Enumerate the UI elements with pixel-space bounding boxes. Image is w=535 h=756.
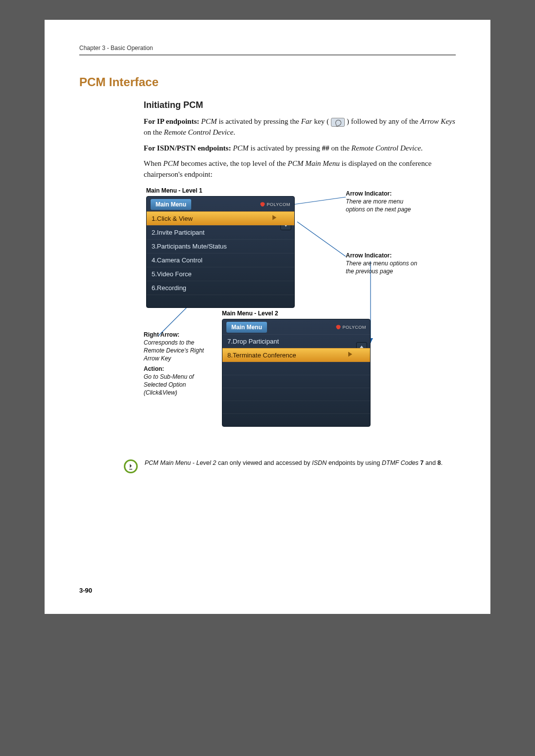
menu-item-recording[interactable]: 6.Recording bbox=[147, 281, 294, 295]
figure-label-level1: Main Menu - Level 1 bbox=[146, 187, 202, 194]
menu-title: Main Menu bbox=[226, 322, 267, 333]
text: and bbox=[424, 459, 437, 466]
right-chevron-icon bbox=[271, 215, 277, 222]
callout-title: Right Arrow: bbox=[144, 331, 213, 339]
menu-title: Main Menu bbox=[151, 199, 191, 210]
far-key-icon bbox=[331, 118, 345, 127]
polycom-logo-icon bbox=[336, 325, 341, 330]
menu-item-empty bbox=[222, 362, 370, 375]
callout-title: Arrow Indicator: bbox=[346, 252, 420, 259]
logo-text: POLYCOM bbox=[342, 325, 366, 330]
header-rule bbox=[79, 54, 456, 55]
menu-panel-level2: Main Menu POLYCOM 7.Drop Participant 8.T… bbox=[222, 319, 371, 427]
italic-text: PCM bbox=[163, 159, 179, 167]
polycom-logo: POLYCOM bbox=[260, 202, 290, 207]
italic-text: Remote Control Device bbox=[351, 144, 421, 152]
callout-right-arrow: Right Arrow: Corresponds to the Remote D… bbox=[144, 331, 213, 397]
text: is activated by pressing bbox=[249, 144, 322, 152]
subsection-title: Initiating PCM bbox=[144, 100, 456, 110]
callout-text: Go to Sub-Menu of Selected Option (Click… bbox=[144, 373, 213, 397]
paragraph-isdn: For ISDN/PSTN endpoints: PCM is activate… bbox=[144, 143, 456, 154]
bold-text: 7 bbox=[419, 459, 424, 466]
menu-item-invite[interactable]: 2.Invite Participant bbox=[147, 225, 294, 239]
italic-text: PCM Main Menu - Level 2 bbox=[145, 459, 216, 466]
paragraph-active: When PCM becomes active, the top level o… bbox=[144, 158, 456, 180]
italic-text: PCM bbox=[231, 144, 248, 152]
menu-item-empty bbox=[222, 375, 370, 388]
callout-text: There are menu options on the previous p… bbox=[346, 259, 420, 275]
callout-text: There are more menu options on the next … bbox=[346, 198, 420, 213]
note-text: PCM Main Menu - Level 2 can only viewed … bbox=[145, 458, 443, 468]
italic-text: ISDN bbox=[312, 459, 327, 466]
italic-text: PCM Main Menu bbox=[288, 159, 340, 167]
callout-arrow-down: Arrow Indicator: There are more menu opt… bbox=[346, 190, 420, 214]
menu-item-click-view[interactable]: 1.Click & View bbox=[147, 211, 294, 225]
menu-item-camera[interactable]: 4.Camera Control bbox=[147, 253, 294, 267]
menu-item-label: 1.Click & View bbox=[152, 215, 193, 222]
text: When bbox=[144, 159, 163, 167]
text: ) followed by any of the bbox=[345, 117, 420, 125]
callout-title: Action: bbox=[144, 365, 213, 373]
menu-item-empty bbox=[222, 388, 370, 401]
text: . bbox=[441, 459, 442, 466]
svg-line-1 bbox=[297, 222, 346, 256]
right-chevron-icon bbox=[347, 352, 353, 359]
text: on the bbox=[329, 144, 352, 152]
text: is activated by pressing the bbox=[217, 117, 301, 125]
polycom-logo-icon bbox=[260, 202, 265, 207]
text: becomes active, the top level of the bbox=[179, 159, 288, 167]
italic-text: DTMF Codes bbox=[382, 459, 419, 466]
body-text: For IP endpoints: PCM is activated by pr… bbox=[144, 116, 456, 180]
callout-text: Corresponds to the Remote Device's Right… bbox=[144, 339, 213, 363]
text: can only viewed and accessed by bbox=[216, 459, 312, 466]
italic-text: Remote Control Device bbox=[164, 128, 233, 136]
svg-marker-10 bbox=[348, 352, 352, 357]
text: endpoints by using bbox=[327, 459, 382, 466]
callout-title: Arrow Indicator: bbox=[346, 190, 420, 198]
italic-text: Far bbox=[301, 117, 313, 125]
svg-line-0 bbox=[293, 197, 346, 204]
page-number: 3-90 bbox=[79, 587, 92, 594]
document-page: Chapter 3 - Basic Operation PCM Interfac… bbox=[45, 20, 490, 614]
chapter-header: Chapter 3 - Basic Operation bbox=[79, 45, 456, 51]
paragraph-ip: For IP endpoints: PCM is activated by pr… bbox=[144, 116, 456, 138]
menu-item-drop[interactable]: 7.Drop Participant bbox=[222, 334, 370, 348]
italic-text: Arrow Keys bbox=[420, 117, 455, 125]
callout-arrow-up: Arrow Indicator: There are menu options … bbox=[346, 252, 420, 276]
menu-item-empty bbox=[222, 401, 370, 413]
polycom-logo: POLYCOM bbox=[336, 325, 366, 330]
figure-label-level2: Main Menu - Level 2 bbox=[222, 310, 278, 317]
svg-marker-8 bbox=[272, 215, 276, 220]
bold-label: For IP endpoints: bbox=[144, 117, 199, 125]
bold-text: ## bbox=[322, 144, 329, 152]
italic-text: PCM bbox=[199, 117, 216, 125]
menu-item-terminate[interactable]: 8.Terminate Conference bbox=[222, 348, 370, 362]
menu-panel-level1: Main Menu POLYCOM 1.Click & View 2.Invit… bbox=[146, 196, 295, 308]
text: . bbox=[233, 128, 235, 136]
text: key ( bbox=[312, 117, 331, 125]
text: on the bbox=[144, 128, 164, 136]
bold-label: For ISDN/PSTN endpoints: bbox=[144, 144, 231, 152]
logo-text: POLYCOM bbox=[267, 202, 290, 207]
menu-item-mute-status[interactable]: 3.Participants Mute/Status bbox=[147, 239, 294, 253]
menu-item-video-force[interactable]: 5.Video Force bbox=[147, 267, 294, 281]
note-row: PCM Main Menu - Level 2 can only viewed … bbox=[124, 458, 456, 473]
note-icon bbox=[124, 459, 138, 473]
figure-area: Main Menu - Level 1 Main Menu POLYCOM 1.… bbox=[144, 187, 456, 450]
menu-item-label: 8.Terminate Conference bbox=[227, 352, 296, 359]
text: . bbox=[421, 144, 423, 152]
section-title: PCM Interface bbox=[79, 75, 456, 89]
